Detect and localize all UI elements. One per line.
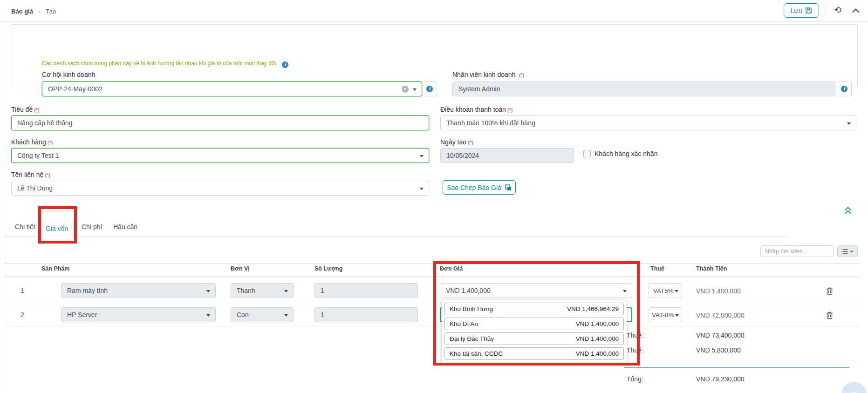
notice-info-icon[interactable]: i <box>282 61 288 68</box>
customer-label: Khách hàng(*) <box>11 138 53 146</box>
created-date-field: 10/05/2024 <box>440 148 574 163</box>
product-value: Ram máy tính <box>67 287 108 294</box>
chevron-down-icon <box>284 314 288 317</box>
row-number: 1 <box>21 287 24 294</box>
chevron-down-icon <box>413 88 417 91</box>
clear-icon[interactable]: ✕ <box>402 86 409 93</box>
warehouse-name: Kho tài sản, CCDC <box>450 350 503 357</box>
salesperson-label: Nhân viên kinh doanh (*) <box>452 70 525 79</box>
warehouse-price: VND 1,400,000 <box>576 320 619 327</box>
payment-terms-select[interactable]: Thanh toán 100% khi đặt hàng <box>440 115 856 130</box>
chevron-down-icon <box>847 122 851 125</box>
unit-value: Con <box>237 311 249 318</box>
col-header-tax: Thuế <box>650 265 664 272</box>
delete-row-icon[interactable] <box>826 311 833 321</box>
qty-value: 1 <box>321 311 324 318</box>
created-date-value: 10/05/2024 <box>446 152 479 159</box>
quotation-create-page: Báo giá › Tạo Lưu ⟲ Các danh sách chọn t… <box>0 0 868 393</box>
summary-divider <box>624 367 849 368</box>
collapse-header-icon[interactable] <box>852 7 860 15</box>
unit-select[interactable]: Con <box>231 307 294 322</box>
save-button[interactable]: Lưu <box>784 3 819 18</box>
payment-terms-value: Thanh toán 100% khi đặt hàng <box>446 119 535 127</box>
salesperson-value: System Admin <box>458 85 500 93</box>
title-input[interactable]: Nâng cấp hệ thống <box>11 115 429 130</box>
copy-icon <box>505 184 512 191</box>
title-value: Nâng cấp hệ thống <box>17 119 72 127</box>
topbar-divider <box>826 4 826 17</box>
collapse-section-icon[interactable] <box>844 206 852 217</box>
chevron-down-icon <box>623 290 627 292</box>
payment-terms-label: Điều khoản thanh toán(*) <box>440 105 513 114</box>
product-value: HP Server <box>67 311 97 318</box>
price-dropdown-menu: Kho Bình Hưng VND 1,466,964.29 Kho Dĩ An… <box>442 300 627 363</box>
delete-row-icon[interactable] <box>826 287 833 297</box>
chevron-down-icon <box>284 290 288 292</box>
unit-value: Thanh <box>237 287 255 294</box>
tax-select[interactable]: VAT5% <box>649 283 682 298</box>
chevron-down-icon <box>850 250 854 253</box>
product-select[interactable]: HP Server <box>61 307 216 322</box>
opportunity-section-card: Các danh sách chọn trong phần này sẽ bị … <box>12 24 858 86</box>
price-option[interactable]: Đại lý Đắc Thủy VND 1,400,000 <box>444 332 624 345</box>
price-value: VND 1,400,000 <box>446 287 491 294</box>
breadcrumb-current: Tạo <box>46 8 56 15</box>
chevron-down-icon <box>206 290 210 292</box>
customer-confirm-checkbox[interactable] <box>583 150 591 157</box>
tax-select[interactable]: VAT-8% <box>649 307 682 322</box>
customer-select[interactable]: Công ty Test 1 <box>11 148 429 163</box>
col-header-total: Thành Tiền <box>696 265 727 272</box>
tab-gia-von[interactable]: Giá vốn <box>40 220 74 237</box>
opportunity-info-button[interactable]: i <box>422 81 437 96</box>
chevron-down-icon <box>675 290 678 292</box>
breadcrumb-separator: › <box>38 8 40 15</box>
qty-input[interactable]: 1 <box>314 283 418 298</box>
row-border <box>4 302 860 302</box>
warehouse-price: VND 1,466,964.29 <box>567 305 619 312</box>
warehouse-price: VND 1,400,000 <box>576 335 619 342</box>
created-date-label: Ngày tạo(*) <box>440 138 473 146</box>
col-header-unit: Đơn Vị <box>231 265 250 272</box>
warehouse-name: Kho Bình Hưng <box>450 305 493 312</box>
price-select-open[interactable]: VND 1,400,000 <box>440 283 632 298</box>
price-option[interactable]: Kho tài sản, CCDC VND 1,400,000 <box>444 347 624 360</box>
grand-total-label: Tổng: <box>627 375 643 383</box>
product-select[interactable]: Ram máy tính <box>61 283 216 298</box>
tab-hau-can[interactable]: Hậu cần <box>113 223 137 230</box>
salesperson-field: System Admin <box>452 81 835 96</box>
warehouse-price: VND 1,400,000 <box>576 350 619 357</box>
tab-gia-von-label: Giá vốn <box>46 225 68 232</box>
linked-fields-notice: Các danh sách chọn trong phần này sẽ bị … <box>42 60 288 68</box>
summary-label: Thuế: <box>627 346 643 354</box>
scroll-to-top-button[interactable] <box>841 382 867 393</box>
chevron-down-icon <box>420 188 424 190</box>
price-option[interactable]: Kho Dĩ An VND 1,400,000 <box>444 318 624 330</box>
qty-input[interactable]: 1 <box>314 307 418 322</box>
line-total: VND 72,000,000 <box>696 312 745 319</box>
save-button-label: Lưu <box>791 7 802 14</box>
opportunity-select[interactable]: OPP-24-May-0002 ✕ <box>42 81 422 96</box>
contact-value: Lê Thị Dung <box>17 184 53 192</box>
chevron-down-icon <box>675 314 679 317</box>
search-input[interactable] <box>760 245 834 257</box>
row-number: 2 <box>21 311 24 318</box>
chevron-down-icon <box>420 155 424 157</box>
grand-total-value: VND 79,230,000 <box>696 375 745 383</box>
history-icon[interactable]: ⟲ <box>834 5 841 16</box>
chevron-down-icon <box>206 314 210 317</box>
unit-select[interactable]: Thanh <box>231 283 294 298</box>
tax-value: VAT5% <box>653 287 674 294</box>
list-view-button[interactable] <box>837 245 858 257</box>
summary-value: VND 5,830,000 <box>696 346 741 354</box>
contact-select[interactable]: Lê Thị Dung <box>11 181 429 196</box>
line-total: VND 1,400,000 <box>696 287 741 295</box>
list-icon <box>841 249 848 254</box>
tab-chi-tiet[interactable]: Chi tiết <box>15 223 35 230</box>
tab-chi-phi[interactable]: Chi phí <box>82 223 102 230</box>
price-option[interactable]: Kho Bình Hưng VND 1,466,964.29 <box>444 303 624 315</box>
summary-value: VND 73,400,000 <box>696 332 745 339</box>
salesperson-info-button[interactable]: i <box>837 81 852 96</box>
row-border <box>4 326 860 326</box>
breadcrumb-quotes-link[interactable]: Báo giá <box>11 8 33 15</box>
copy-quote-button[interactable]: Sao Chép Báo Giá <box>443 180 516 195</box>
